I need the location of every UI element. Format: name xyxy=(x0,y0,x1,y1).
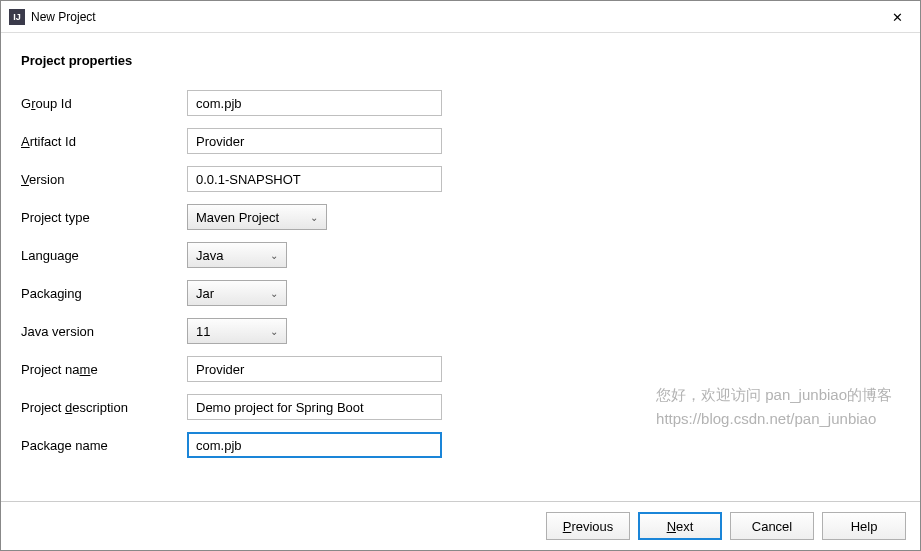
package-name-label: Package name xyxy=(21,438,187,453)
chevron-down-icon: ⌄ xyxy=(270,288,282,299)
titlebar: IJ New Project ✕ xyxy=(1,1,920,33)
project-type-label: Project type xyxy=(21,210,187,225)
packaging-select[interactable]: Jar ⌄ xyxy=(187,280,287,306)
section-title: Project properties xyxy=(21,53,900,68)
project-description-label: Project description xyxy=(21,400,187,415)
version-input[interactable] xyxy=(187,166,442,192)
version-label: Version xyxy=(21,172,187,187)
java-version-select[interactable]: 11 ⌄ xyxy=(187,318,287,344)
project-type-select[interactable]: Maven Project ⌄ xyxy=(187,204,327,230)
language-label: Language xyxy=(21,248,187,263)
group-id-input[interactable] xyxy=(187,90,442,116)
language-value: Java xyxy=(196,248,223,263)
packaging-label: Packaging xyxy=(21,286,187,301)
footer: Previous Next Cancel Help xyxy=(1,501,920,550)
next-button[interactable]: Next xyxy=(638,512,722,540)
packaging-value: Jar xyxy=(196,286,214,301)
language-select[interactable]: Java ⌄ xyxy=(187,242,287,268)
project-type-value: Maven Project xyxy=(196,210,279,225)
project-description-input[interactable] xyxy=(187,394,442,420)
previous-button[interactable]: Previous xyxy=(546,512,630,540)
chevron-down-icon: ⌄ xyxy=(270,250,282,261)
window-title: New Project xyxy=(31,10,96,24)
java-version-value: 11 xyxy=(196,324,210,339)
project-name-input[interactable] xyxy=(187,356,442,382)
java-version-label: Java version xyxy=(21,324,187,339)
cancel-button[interactable]: Cancel xyxy=(730,512,814,540)
close-icon: ✕ xyxy=(892,10,903,25)
artifact-id-input[interactable] xyxy=(187,128,442,154)
project-name-label: Project name xyxy=(21,362,187,377)
content-area: Project properties Group Id Artifact Id … xyxy=(1,33,920,501)
group-id-label: Group Id xyxy=(21,96,187,111)
help-button[interactable]: Help xyxy=(822,512,906,540)
app-icon: IJ xyxy=(9,9,25,25)
package-name-input[interactable] xyxy=(187,432,442,458)
close-button[interactable]: ✕ xyxy=(874,1,920,33)
artifact-id-label: Artifact Id xyxy=(21,134,187,149)
new-project-dialog: IJ New Project ✕ Project properties Grou… xyxy=(0,0,921,551)
chevron-down-icon: ⌄ xyxy=(310,212,322,223)
chevron-down-icon: ⌄ xyxy=(270,326,282,337)
